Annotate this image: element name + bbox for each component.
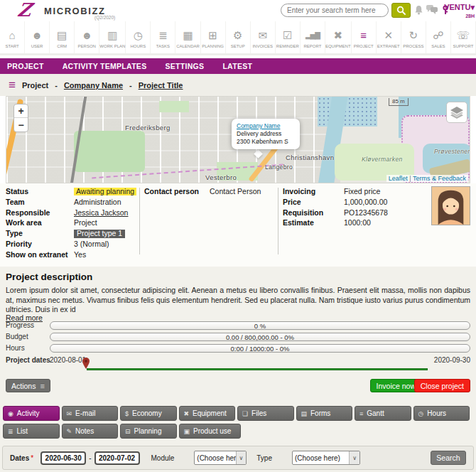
date-marker-pin-icon[interactable] xyxy=(82,358,90,369)
toolbar-item-sales[interactable]: ☍SALES xyxy=(426,21,451,53)
toolbar-item-report[interactable]: ▂▅▇REPORT xyxy=(301,21,325,53)
tab-files[interactable]: ❏Files xyxy=(237,406,294,421)
planning-icon: ⊟ xyxy=(125,428,131,435)
module-select[interactable]: (Choose here) ∨ xyxy=(194,451,247,465)
tab-equipment[interactable]: ✖Equipment xyxy=(179,406,236,421)
map-park xyxy=(159,101,189,112)
toolbar-item-start[interactable]: ⌂START xyxy=(0,21,25,53)
toolbar-item-calendar[interactable]: ▦CALENDAR xyxy=(175,21,200,53)
breadcrumb-project-link[interactable]: Project Title xyxy=(139,81,183,90)
toolbar-item-setup[interactable]: ⚙SETUP xyxy=(226,21,251,53)
terms-feedback-link[interactable]: Terms & Feedback xyxy=(413,175,466,182)
zoom-in-button[interactable]: + xyxy=(14,104,28,118)
field-label: Type xyxy=(6,230,74,237)
tabs-row-2: ≣List ✎Notes ⊟Planning ▣Product use xyxy=(3,424,241,439)
toolbar-item-support[interactable]: ☏SUPPORT xyxy=(451,21,476,53)
toolbar-item-extranet[interactable]: ✕EXTRANET xyxy=(377,21,401,53)
toolbar-item-invoices[interactable]: ✉INVOICES xyxy=(251,21,276,53)
toolbar-item-equipment[interactable]: ✖EQUIPMENT xyxy=(325,21,352,53)
filter-search-button[interactable]: Search xyxy=(431,451,466,465)
invoice-envelope-icon: ✉ xyxy=(258,28,267,43)
menu-item-settings[interactable]: SETTINGS xyxy=(165,62,204,70)
messages-icon[interactable] xyxy=(426,5,438,15)
field-value: Contact Person xyxy=(210,188,261,195)
microbizz-logo[interactable]: Z xyxy=(16,0,33,21)
tab-economy[interactable]: $Economy xyxy=(120,406,177,421)
end-date-label: 2020-09-30 xyxy=(434,356,470,364)
toolbar-label: EQUIPMENT xyxy=(325,44,351,48)
type-badge: Project type 1 xyxy=(74,230,125,237)
field-label: Invoicing xyxy=(283,188,344,195)
toolbar-item-hours[interactable]: ◷HOURS xyxy=(126,21,151,53)
menu-item-activity-templates[interactable]: ACTIVITY TEMPLATES xyxy=(63,62,147,70)
responsible-link[interactable]: Jessica Jackson xyxy=(74,209,128,217)
notes-icon: ✎ xyxy=(67,428,72,435)
budget-bar: 0.00 / 800,000.00 - 0% xyxy=(50,333,470,341)
planning-icon: ⊞ xyxy=(208,28,217,43)
notifications-bell-icon[interactable] xyxy=(414,5,423,16)
toolbar-item-project[interactable]: ≡PROJECT xyxy=(352,21,377,53)
info-column-status: StatusAwaiting planning TeamAdministrati… xyxy=(6,188,137,262)
tabs-row-1: ◉Activity ✉E-mail $Economy ✖Equipment ❏F… xyxy=(3,406,470,421)
tab-product-use[interactable]: ▣Product use xyxy=(179,424,241,439)
toolbar-item-process[interactable]: ↻PROCESS xyxy=(401,21,426,53)
toolbar-label: CRM xyxy=(57,44,67,48)
progress-label: Progress xyxy=(6,321,34,329)
tab-planning[interactable]: ⊟Planning xyxy=(120,424,177,439)
popup-address-line: Delivery address xyxy=(237,130,295,138)
map-marina xyxy=(318,97,377,127)
attribution-separator: | xyxy=(409,175,411,182)
tab-hours[interactable]: ◷Hours xyxy=(413,406,470,421)
info-row: Work areaProject xyxy=(6,219,137,227)
popup-company-link[interactable]: Company Name xyxy=(237,122,295,130)
chevron-down-icon: ▾ xyxy=(470,3,475,11)
toolbar-item-tasks[interactable]: ≣TASKS xyxy=(151,21,175,53)
toolbar-label: CALENDAR xyxy=(176,44,200,48)
tab-notes[interactable]: ✎Notes xyxy=(62,424,119,439)
info-row: ResponsibleJessica Jackson xyxy=(6,209,137,217)
map-label-christianshavn: Christianshavn xyxy=(286,154,334,161)
search-input[interactable] xyxy=(281,4,389,17)
toolbar-item-workplan[interactable]: ▥WORK PLAN xyxy=(99,21,126,53)
tab-list[interactable]: ≣List xyxy=(3,424,60,439)
date-to-input[interactable] xyxy=(94,451,140,465)
tab-email[interactable]: ✉E-mail xyxy=(62,406,119,421)
field-label: Status xyxy=(6,188,74,195)
description-text: Lorem ipsum dolor sit amet, consectetur … xyxy=(6,286,470,315)
toolbar-item-crm[interactable]: ▤CRM xyxy=(50,21,75,53)
map-popup: Company Name Delivery address 2300 Køben… xyxy=(232,119,300,149)
menu-item-project[interactable]: PROJECT xyxy=(7,62,44,70)
tasks-icon: ≣ xyxy=(158,28,168,43)
breadcrumb-section: Project xyxy=(22,81,48,90)
tab-gantt[interactable]: ≡Gantt xyxy=(355,406,411,421)
tab-activity[interactable]: ◉Activity xyxy=(3,406,60,421)
tab-label: Hours xyxy=(427,409,446,417)
user-menu[interactable]: VENTU▾ 28H xyxy=(444,3,475,18)
map-layers-button[interactable] xyxy=(446,102,467,123)
map-label-frederiksberg: Frederiksberg xyxy=(125,124,171,132)
menu-item-latest[interactable]: LATEST xyxy=(222,62,252,70)
tab-label: E-mail xyxy=(75,409,95,417)
breadcrumb-company-link[interactable]: Company Name xyxy=(64,81,123,90)
gantt-icon: ≡ xyxy=(359,410,363,417)
date-from-input[interactable] xyxy=(40,451,86,465)
leaflet-map[interactable]: Frederiksberg Vesterbro Langebro Christi… xyxy=(6,96,470,183)
tab-forms[interactable]: ▤Forms xyxy=(296,406,353,421)
type-select[interactable]: (Choose here) ∨ xyxy=(292,451,360,465)
popup-city-line: 2300 København S xyxy=(237,138,295,146)
zoom-out-button[interactable]: − xyxy=(14,118,28,132)
toolbar-item-reminder[interactable]: ☑REMINDER xyxy=(276,21,301,53)
search-button[interactable] xyxy=(391,3,411,18)
toolbar-label: REPORT xyxy=(303,44,321,48)
field-label: Responsible xyxy=(6,209,74,217)
toolbar-item-planning[interactable]: ⊞PLANNING xyxy=(201,21,226,53)
avatar xyxy=(431,186,470,225)
leaflet-link[interactable]: Leaflet xyxy=(389,175,408,182)
close-project-button[interactable]: Close project xyxy=(414,379,470,392)
actions-button[interactable]: Actions ≡ xyxy=(6,379,50,392)
info-row: RequisitionPO12345678 xyxy=(283,209,425,217)
toolbar-item-person[interactable]: ☻PERSON xyxy=(75,21,99,53)
toolbar-item-user[interactable]: ☻USER xyxy=(25,21,50,53)
reminder-icon: ☑ xyxy=(283,28,292,43)
toolbar-label: HOURS xyxy=(131,44,146,48)
